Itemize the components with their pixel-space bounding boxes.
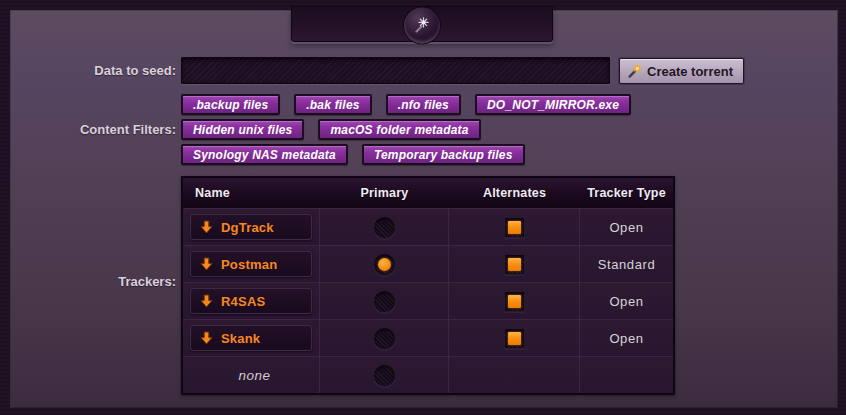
alternates-checkbox[interactable] <box>504 217 525 238</box>
filter-chip[interactable]: Temporary backup files <box>362 144 525 165</box>
primary-cell <box>320 320 449 356</box>
table-row: R4SASOpen <box>183 282 673 319</box>
tracker-none-label: none <box>190 368 319 383</box>
tracker-type-label: Open <box>609 294 643 309</box>
create-torrent-button[interactable]: Create torrent <box>619 58 744 84</box>
primary-cell <box>320 283 449 319</box>
table-row: SkankOpen <box>183 319 673 356</box>
primary-radio[interactable] <box>373 253 396 276</box>
tracker-type-cell: Open <box>580 320 673 356</box>
alternates-cell <box>449 246 580 282</box>
name-cell: DgTrack <box>183 209 320 245</box>
top-tab-handle[interactable] <box>291 6 553 42</box>
tracker-name-button[interactable]: DgTrack <box>190 214 312 240</box>
download-arrow-icon <box>200 220 213 234</box>
primary-cell <box>320 357 449 393</box>
download-arrow-icon <box>200 257 213 271</box>
primary-cell <box>320 246 449 282</box>
trackers-label: Trackers: <box>0 274 176 289</box>
tracker-type-cell <box>580 357 673 393</box>
table-header-row: NamePrimaryAlternatesTracker Type <box>183 178 673 208</box>
tracker-type-label: Standard <box>598 257 656 272</box>
table-row: PostmanStandard <box>183 245 673 282</box>
primary-radio[interactable] <box>373 327 396 350</box>
tracker-name-button[interactable]: Skank <box>190 325 312 351</box>
magic-wand-sparkle-icon <box>412 15 432 35</box>
filter-chip[interactable]: .nfo files <box>386 94 461 115</box>
magic-wand-icon <box>627 64 642 79</box>
filter-chip[interactable]: .backup files <box>181 94 280 115</box>
tracker-type-cell: Standard <box>580 246 673 282</box>
tracker-type-label: Open <box>609 331 643 346</box>
alternates-checkbox[interactable] <box>504 291 525 312</box>
tracker-type-label: Open <box>609 220 643 235</box>
data-to-seed-input[interactable] <box>181 57 610 84</box>
alternates-cell <box>449 209 580 245</box>
tracker-name-label: R4SAS <box>221 294 265 309</box>
primary-radio[interactable] <box>373 364 396 387</box>
download-arrow-icon <box>200 331 213 345</box>
filter-chip[interactable]: Hidden unix files <box>181 119 304 140</box>
name-cell: Postman <box>183 246 320 282</box>
alternates-cell <box>449 283 580 319</box>
data-to-seed-label: Data to seed: <box>0 63 176 78</box>
trackers-table: NamePrimaryAlternatesTracker Type DgTrac… <box>181 176 675 395</box>
tracker-name-button[interactable]: Postman <box>190 251 312 277</box>
create-torrent-label: Create torrent <box>647 64 733 79</box>
table-row: DgTrackOpen <box>183 208 673 245</box>
alternates-checkbox[interactable] <box>504 328 525 349</box>
tracker-type-cell: Open <box>580 283 673 319</box>
column-header-tracker-type: Tracker Type <box>580 178 673 208</box>
primary-radio[interactable] <box>373 290 396 313</box>
table-row: none <box>183 356 673 393</box>
name-cell: Skank <box>183 320 320 356</box>
alternates-cell <box>449 320 580 356</box>
column-header-alternates: Alternates <box>449 178 580 208</box>
magic-wand-knob <box>404 7 440 43</box>
tracker-type-cell: Open <box>580 209 673 245</box>
tracker-name-label: DgTrack <box>221 220 274 235</box>
alternates-cell <box>449 357 580 393</box>
name-cell: none <box>183 357 320 393</box>
filter-chip[interactable]: DO_NOT_MIRROR.exe <box>475 94 631 115</box>
content-filters-label: Content Filters: <box>0 122 176 137</box>
alternates-checkbox[interactable] <box>504 254 525 275</box>
download-arrow-icon <box>200 294 213 308</box>
table-body: DgTrackOpenPostmanStandardR4SASOpenSkank… <box>183 208 673 393</box>
tracker-name-label: Postman <box>221 257 277 272</box>
tracker-name-button[interactable]: R4SAS <box>190 288 312 314</box>
column-header-primary: Primary <box>320 178 449 208</box>
primary-radio[interactable] <box>373 216 396 239</box>
name-cell: R4SAS <box>183 283 320 319</box>
column-header-name: Name <box>183 178 320 208</box>
filter-chip[interactable]: macOS folder metadata <box>318 119 480 140</box>
filter-chip[interactable]: .bak files <box>294 94 371 115</box>
filter-chip[interactable]: Synology NAS metadata <box>181 144 348 165</box>
primary-cell <box>320 209 449 245</box>
content-filter-chips: .backup files.bak files.nfo filesDO_NOT_… <box>181 94 643 165</box>
tracker-name-label: Skank <box>221 331 260 346</box>
